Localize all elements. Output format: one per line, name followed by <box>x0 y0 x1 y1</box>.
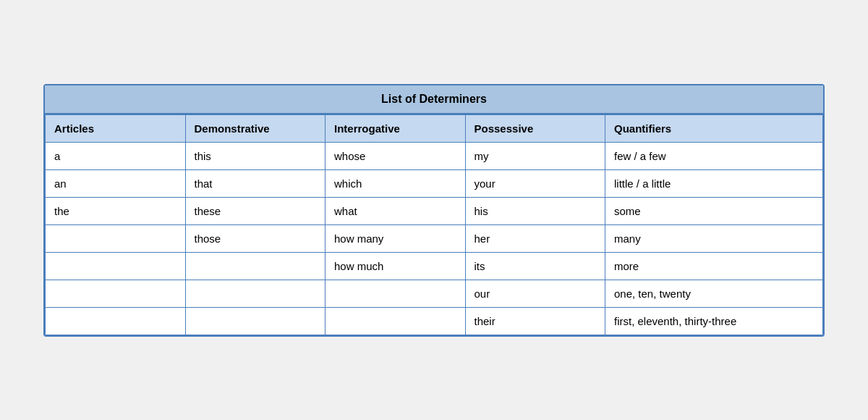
table-title: List of Determiners <box>45 85 823 114</box>
cell-quantifiers-6: first, eleventh, thirty-three <box>605 307 823 335</box>
cell-interrogative-3: how many <box>326 224 466 252</box>
cell-quantifiers-3: many <box>605 224 823 252</box>
cell-quantifiers-5: one, ten, twenty <box>605 280 823 307</box>
col-header-interrogative: Interrogative <box>326 114 466 142</box>
cell-demonstrative-6 <box>185 307 326 335</box>
cell-articles-3 <box>46 224 186 252</box>
cell-demonstrative-5 <box>185 280 326 307</box>
cell-articles-1: an <box>46 169 186 197</box>
col-header-possessive: Possessive <box>465 114 605 142</box>
determiners-table-wrapper: List of Determiners Articles Demonstrati… <box>43 84 825 337</box>
cell-interrogative-5 <box>326 280 466 307</box>
cell-quantifiers-2: some <box>605 197 823 224</box>
cell-demonstrative-4 <box>185 252 326 280</box>
table-row: thethesewhathissome <box>46 197 823 224</box>
cell-possessive-0: my <box>465 142 605 169</box>
cell-articles-5 <box>46 280 186 307</box>
cell-possessive-2: his <box>465 197 605 224</box>
cell-possessive-3: her <box>465 224 605 252</box>
cell-interrogative-4: how much <box>326 252 466 280</box>
table-row: ourone, ten, twenty <box>46 280 823 307</box>
cell-demonstrative-3: those <box>185 224 326 252</box>
table-row: athiswhosemyfew / a few <box>46 142 823 169</box>
cell-articles-2: the <box>46 197 186 224</box>
cell-demonstrative-1: that <box>185 169 326 197</box>
cell-interrogative-2: what <box>326 197 466 224</box>
cell-possessive-5: our <box>465 280 605 307</box>
table-row: theirfirst, eleventh, thirty-three <box>46 307 823 335</box>
col-header-demonstrative: Demonstrative <box>185 114 326 142</box>
cell-quantifiers-4: more <box>605 252 823 280</box>
determiners-table: Articles Demonstrative Interrogative Pos… <box>45 114 823 335</box>
cell-interrogative-0: whose <box>326 142 466 169</box>
table-header-row: Articles Demonstrative Interrogative Pos… <box>46 114 823 142</box>
col-header-quantifiers: Quantifiers <box>605 114 823 142</box>
col-header-articles: Articles <box>46 114 186 142</box>
table-row: anthatwhichyourlittle / a little <box>46 169 823 197</box>
cell-interrogative-1: which <box>326 169 466 197</box>
table-row: how muchitsmore <box>46 252 823 280</box>
cell-possessive-6: their <box>465 307 605 335</box>
cell-articles-6 <box>46 307 186 335</box>
table-row: thosehow manyhermany <box>46 224 823 252</box>
cell-quantifiers-0: few / a few <box>605 142 823 169</box>
cell-possessive-1: your <box>465 169 605 197</box>
cell-quantifiers-1: little / a little <box>605 169 823 197</box>
cell-demonstrative-0: this <box>185 142 326 169</box>
cell-interrogative-6 <box>326 307 466 335</box>
cell-articles-0: a <box>46 142 186 169</box>
cell-possessive-4: its <box>465 252 605 280</box>
cell-demonstrative-2: these <box>185 197 326 224</box>
cell-articles-4 <box>46 252 186 280</box>
